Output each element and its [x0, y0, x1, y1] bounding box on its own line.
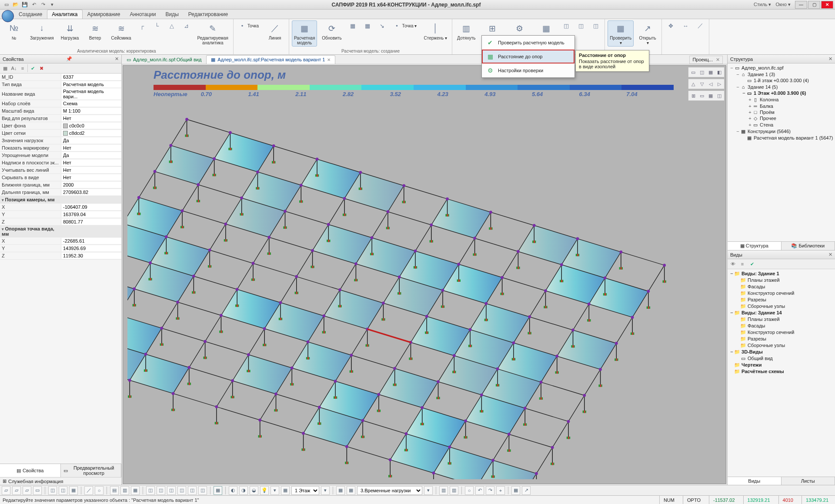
- edit-4-button[interactable]: ⊿: [180, 20, 193, 31]
- pin-icon[interactable]: 📌: [66, 56, 72, 62]
- numbering-button[interactable]: №№: [3, 20, 25, 42]
- categorize-icon[interactable]: ▦: [1, 64, 9, 72]
- rod-button[interactable]: │Стержень ▾: [421, 20, 449, 42]
- expand-toggle[interactable]: [729, 362, 734, 367]
- vt-icon[interactable]: ◫: [715, 92, 723, 100]
- clear-icon[interactable]: ✖: [37, 64, 45, 72]
- ribbon-tab-аннотации[interactable]: Аннотации: [125, 10, 160, 19]
- check-model-menuitem[interactable]: ✔Проверить расчетную модель: [482, 36, 574, 50]
- vt-icon[interactable]: ◫: [698, 68, 706, 76]
- prop-value[interactable]: Нет: [61, 174, 121, 180]
- ribbon-tab-виды[interactable]: Виды: [160, 10, 183, 19]
- tree-node[interactable]: +◇ Прочее: [729, 115, 833, 122]
- close-icon[interactable]: ✕: [716, 57, 720, 62]
- bt-icon[interactable]: ▦: [281, 486, 290, 495]
- bt-icon[interactable]: ▾: [271, 486, 279, 495]
- bt-icon[interactable]: ▾: [424, 486, 433, 495]
- bt-icon[interactable]: ◫: [167, 486, 176, 495]
- tri-1-button[interactable]: ◫: [560, 20, 572, 31]
- views-tree[interactable]: −📁 Виды: Здание 1 📁 Планы этажей 📁 Фасад…: [728, 269, 835, 477]
- prop-value[interactable]: c8dcd2: [61, 130, 121, 137]
- expand-toggle[interactable]: −: [741, 90, 746, 96]
- bt-icon[interactable]: ▦: [131, 486, 140, 495]
- vt-icon[interactable]: △: [689, 80, 697, 88]
- prop-value[interactable]: Расчетная модель: [61, 81, 121, 87]
- tab-libraries[interactable]: 📚 Библиотеки: [782, 242, 835, 250]
- bt-icon[interactable]: ▱: [2, 486, 10, 495]
- load-case-select[interactable]: 3.Временные нагрузки: [357, 486, 422, 495]
- bt-icon[interactable]: ／: [84, 486, 93, 495]
- prop-value[interactable]: Нет: [61, 145, 121, 151]
- tree-node[interactable]: 📁 Сборочные узлы: [729, 342, 833, 349]
- tree-node[interactable]: 📁 Расчётные схемы: [729, 368, 833, 375]
- bt-icon[interactable]: ○: [95, 486, 104, 495]
- expand-toggle[interactable]: [735, 304, 740, 309]
- bt-icon[interactable]: ◫: [157, 486, 165, 495]
- expand-toggle[interactable]: [735, 330, 740, 335]
- bt-icon[interactable]: ◫: [188, 486, 197, 495]
- expand-toggle[interactable]: −: [729, 310, 734, 315]
- tree-node[interactable]: 📁 Планы этажей: [729, 277, 833, 284]
- bt-icon[interactable]: ↷: [486, 486, 494, 495]
- floor-select[interactable]: 1 Этаж: [291, 486, 319, 495]
- tree-node[interactable]: 📁 Чертежи: [729, 362, 833, 368]
- close-icon[interactable]: ✕: [828, 252, 832, 257]
- prop-value[interactable]: 2709603.82: [61, 189, 121, 195]
- app-menu-orb[interactable]: [2, 10, 14, 22]
- editable-analytics-button[interactable]: ✎Редактируемая аналитика: [195, 20, 230, 47]
- refresh-button[interactable]: ⟳Обновить: [320, 20, 344, 42]
- vt-icon[interactable]: ▦: [707, 92, 715, 100]
- expand-toggle[interactable]: [735, 323, 740, 328]
- structure-tree[interactable]: −▭ Адлер_молл.ifc.spf−⌂ Здание 1 (3) ▭ 1…: [728, 63, 835, 241]
- edit-3-button[interactable]: △: [166, 20, 178, 31]
- bt-icon[interactable]: ▥: [439, 486, 448, 495]
- expand-toggle[interactable]: [735, 317, 740, 322]
- tree-node[interactable]: 📁 Планы этажей: [729, 316, 833, 323]
- prop-value[interactable]: c0c0c0: [61, 123, 121, 129]
- tab-preview[interactable]: ▭Предварительный просмотр: [61, 464, 122, 477]
- prop-value[interactable]: Расчетная модель вари...: [61, 88, 121, 100]
- tree-node[interactable]: −▦ Конструкции (5646): [729, 128, 833, 135]
- line-button[interactable]: ／Линия: [264, 20, 286, 42]
- loads-button[interactable]: ↓Загружения: [28, 20, 56, 42]
- qat-save-icon[interactable]: 💾: [21, 1, 29, 9]
- expand-toggle[interactable]: −: [735, 129, 740, 134]
- maximize-button[interactable]: ▢: [808, 1, 820, 9]
- document-tab[interactable]: ▦Адлер_молл.ifc.spf:Расчетная модель вар…: [206, 55, 335, 64]
- bt-icon[interactable]: ▦: [69, 486, 78, 495]
- wind-button[interactable]: ≋Ветер: [84, 20, 107, 42]
- close-icon[interactable]: ✕: [115, 56, 119, 62]
- tool-b-button[interactable]: ↔: [679, 20, 691, 31]
- view-check-icon[interactable]: ✔: [748, 260, 756, 268]
- tree-node[interactable]: ▭ 1-й этаж +0.000 3.000 (4): [729, 77, 833, 84]
- qat-drop-icon[interactable]: ▾: [48, 1, 56, 9]
- bt-icon[interactable]: ▦: [511, 486, 520, 495]
- bt-icon[interactable]: 💡: [260, 486, 269, 495]
- prop-value[interactable]: 143926.69: [61, 245, 121, 251]
- expand-toggle[interactable]: [741, 135, 746, 140]
- tool-c-button[interactable]: ／: [694, 20, 706, 31]
- point-button[interactable]: •Точка: [236, 20, 261, 31]
- rm-1-button[interactable]: ▦: [347, 20, 359, 31]
- filter2-icon[interactable]: ≡: [738, 260, 746, 268]
- prop-value[interactable]: Да: [61, 137, 121, 144]
- tree-node[interactable]: −📁 Виды: Здание 1: [729, 270, 833, 277]
- tool-a-button[interactable]: ✥: [665, 20, 677, 31]
- az-icon[interactable]: A↓: [10, 64, 18, 72]
- tree-node[interactable]: −▭ Адлер_молл.ifc.spf: [729, 65, 833, 71]
- prop-value[interactable]: 6337: [61, 74, 121, 80]
- close-button[interactable]: ✕: [821, 1, 833, 9]
- prop-section[interactable]: Позиция камеры, мм: [0, 197, 61, 203]
- prop-value[interactable]: -22685.61: [61, 238, 121, 244]
- calc-model-button[interactable]: ▦Расчетная модель: [292, 20, 317, 47]
- prop-value[interactable]: 11952.30: [61, 253, 121, 259]
- bt-icon[interactable]: ◫: [48, 486, 57, 495]
- expand-toggle[interactable]: [735, 356, 740, 361]
- service-info-row[interactable]: ⊞ Служебная информация: [0, 477, 121, 485]
- expand-toggle[interactable]: +: [748, 97, 752, 102]
- close-icon[interactable]: ✕: [327, 57, 331, 62]
- bt-icon[interactable]: ▤: [110, 486, 119, 495]
- distance-to-supports-menuitem[interactable]: ▦Расстояние до опор: [482, 50, 574, 63]
- prop-value[interactable]: Схема: [61, 100, 121, 107]
- expand-toggle[interactable]: +: [748, 116, 752, 121]
